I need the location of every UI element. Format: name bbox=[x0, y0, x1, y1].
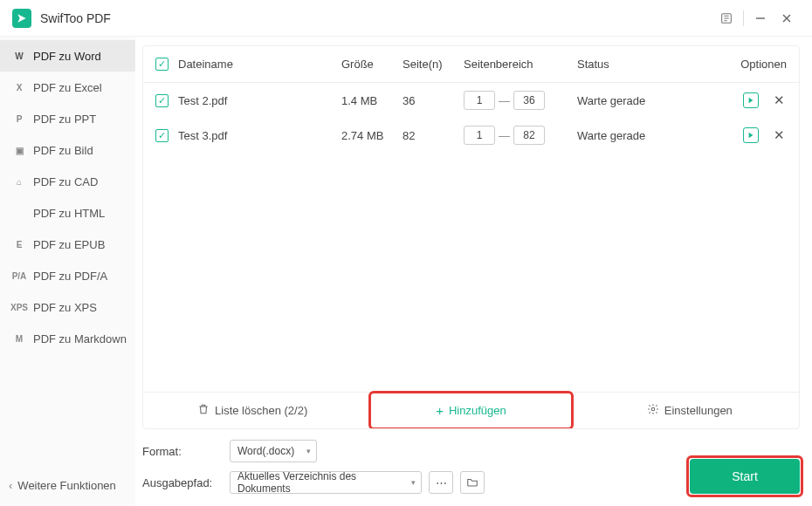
more-options-button[interactable]: ⋯ bbox=[429, 471, 453, 494]
add-file-label: Hinzufügen bbox=[449, 404, 506, 417]
sidebar-item-pdf-zu-bild[interactable]: ▣PDF zu Bild bbox=[0, 134, 135, 166]
app-title: SwifToo PDF bbox=[40, 11, 111, 25]
file-size: 1.4 MB bbox=[341, 94, 403, 107]
caret-down-icon: ▾ bbox=[306, 447, 311, 455]
output-path-label: Ausgabepfad: bbox=[142, 476, 223, 489]
header-range: Seitenbereich bbox=[464, 58, 577, 71]
format-icon: P/A bbox=[12, 271, 26, 281]
svg-point-4 bbox=[651, 407, 655, 411]
row-checkbox[interactable]: ✓ bbox=[155, 129, 169, 142]
chevron-left-icon: ‹ bbox=[9, 479, 12, 492]
header-status: Status bbox=[577, 58, 708, 71]
preview-button[interactable] bbox=[743, 92, 759, 108]
settings-label: Einstellungen bbox=[664, 404, 733, 417]
format-icon: P bbox=[12, 114, 26, 124]
titlebar: SwifToo PDF bbox=[0, 0, 812, 37]
range-dash: — bbox=[499, 129, 510, 142]
sidebar-item-label: PDF zu HTML bbox=[33, 207, 105, 220]
format-label: Format: bbox=[142, 445, 223, 458]
table-row: ✓ Test 2.pdf 1.4 MB 36 — Warte gerade ✕ bbox=[143, 83, 799, 118]
more-functions-label: Weitere Funktionen bbox=[17, 479, 116, 492]
output-path-value: Aktuelles Verzeichnis des Dokuments bbox=[237, 470, 402, 495]
format-icon: W bbox=[12, 51, 26, 61]
page-to-input[interactable] bbox=[513, 126, 545, 145]
file-name: Test 2.pdf bbox=[178, 94, 341, 107]
row-checkbox[interactable]: ✓ bbox=[155, 94, 169, 107]
sidebar-item-pdf-zu-markdown[interactable]: MPDF zu Markdown bbox=[0, 323, 135, 354]
sidebar-item-label: PDF zu XPS bbox=[33, 301, 97, 314]
sidebar-item-label: PDF zu Excel bbox=[33, 81, 102, 94]
sidebar-item-pdf-zu-html[interactable]: PDF zu HTML bbox=[0, 197, 135, 229]
table-toolbar: Liste löschen (2/2) + Hinzufügen Einstel… bbox=[143, 392, 799, 428]
header-size: Größe bbox=[341, 58, 403, 71]
header-options: Optionen bbox=[708, 58, 787, 71]
file-name: Test 3.pdf bbox=[178, 129, 341, 142]
start-label: Start bbox=[732, 469, 758, 483]
app-logo-icon bbox=[12, 9, 31, 28]
range-dash: — bbox=[499, 94, 510, 107]
sidebar-item-label: PDF zu Bild bbox=[33, 144, 93, 157]
page-to-input[interactable] bbox=[513, 91, 545, 110]
select-all-checkbox[interactable]: ✓ bbox=[155, 58, 169, 71]
sidebar-item-pdf-zu-excel[interactable]: XPDF zu Excel bbox=[0, 72, 135, 103]
file-status: Warte gerade bbox=[577, 129, 708, 142]
sidebar-item-pdf-zu-word[interactable]: WPDF zu Word bbox=[0, 40, 135, 72]
sidebar-item-label: PDF zu Markdown bbox=[33, 332, 127, 345]
more-functions-button[interactable]: ‹ Weitere Funktionen bbox=[0, 464, 135, 506]
sidebar-item-pdf-zu-pdf/a[interactable]: P/APDF zu PDF/A bbox=[0, 260, 135, 291]
page-from-input[interactable] bbox=[464, 126, 495, 145]
format-icon: ⌂ bbox=[12, 177, 26, 187]
file-pages: 82 bbox=[403, 129, 464, 142]
header-pages: Seite(n) bbox=[403, 58, 464, 71]
format-dropdown[interactable]: Word(.docx) ▾ bbox=[230, 440, 317, 462]
file-size: 2.74 MB bbox=[341, 129, 403, 142]
file-table: ✓ Dateiname Größe Seite(n) Seitenbereich… bbox=[142, 45, 800, 429]
minimize-button[interactable] bbox=[747, 5, 774, 31]
sidebar-item-pdf-zu-cad[interactable]: ⌂PDF zu CAD bbox=[0, 166, 135, 197]
file-pages: 36 bbox=[403, 94, 464, 107]
table-row: ✓ Test 3.pdf 2.74 MB 82 — Warte gerade ✕ bbox=[143, 118, 799, 153]
sidebar-item-pdf-zu-ppt[interactable]: PPDF zu PPT bbox=[0, 103, 135, 134]
sidebar-item-label: PDF zu PDF/A bbox=[33, 270, 107, 283]
caret-down-icon: ▾ bbox=[411, 478, 416, 487]
trash-icon bbox=[197, 403, 210, 418]
remove-row-button[interactable]: ✕ bbox=[771, 127, 787, 143]
preview-button[interactable] bbox=[743, 127, 759, 143]
page-from-input[interactable] bbox=[464, 91, 495, 110]
gear-icon bbox=[647, 403, 659, 418]
clear-list-button[interactable]: Liste löschen (2/2) bbox=[143, 393, 361, 428]
clear-list-label: Liste löschen (2/2) bbox=[215, 404, 307, 417]
recent-icon[interactable] bbox=[713, 5, 740, 31]
settings-button[interactable]: Einstellungen bbox=[581, 393, 799, 428]
format-icon: ▣ bbox=[12, 146, 26, 155]
add-file-button[interactable]: + Hinzufügen bbox=[361, 393, 580, 428]
sidebar: WPDF zu WordXPDF zu ExcelPPDF zu PPT▣PDF… bbox=[0, 37, 135, 506]
sidebar-item-pdf-zu-xps[interactable]: XPSPDF zu XPS bbox=[0, 291, 135, 323]
start-button[interactable]: Start bbox=[690, 459, 800, 494]
format-icon: X bbox=[12, 83, 26, 92]
sidebar-item-label: PDF zu CAD bbox=[33, 175, 98, 188]
file-status: Warte gerade bbox=[577, 94, 708, 107]
output-path-dropdown[interactable]: Aktuelles Verzeichnis des Dokuments ▾ bbox=[230, 471, 422, 494]
format-value: Word(.docx) bbox=[237, 445, 294, 457]
table-header: ✓ Dateiname Größe Seite(n) Seitenbereich… bbox=[143, 46, 799, 83]
sidebar-item-pdf-zu-epub[interactable]: EPDF zu EPUB bbox=[0, 229, 135, 260]
sidebar-item-label: PDF zu PPT bbox=[33, 113, 96, 126]
remove-row-button[interactable]: ✕ bbox=[771, 92, 787, 108]
plus-icon: + bbox=[436, 403, 444, 418]
format-icon: XPS bbox=[12, 303, 26, 312]
close-button[interactable] bbox=[774, 5, 800, 31]
open-folder-button[interactable] bbox=[460, 471, 485, 494]
format-icon: E bbox=[12, 240, 26, 250]
header-name: Dateiname bbox=[178, 58, 341, 71]
format-icon: M bbox=[12, 334, 26, 344]
sidebar-item-label: PDF zu Word bbox=[33, 50, 101, 63]
sidebar-item-label: PDF zu EPUB bbox=[33, 238, 105, 251]
